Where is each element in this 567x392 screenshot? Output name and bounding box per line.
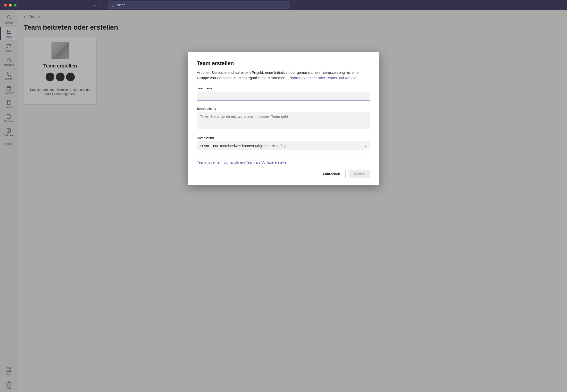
modal-intro-link[interactable]: Erfahren Sie mehr über Teams und Kanäle [287, 76, 356, 80]
svg-point-0 [111, 4, 113, 6]
modal-title: Team erstellen [197, 60, 370, 67]
search-input[interactable]: Suche [108, 1, 290, 9]
nav-forward-icon[interactable]: › [99, 3, 100, 8]
template-link[interactable]: Team mit einem vorhandenen Team als Vorl… [197, 160, 288, 164]
modal-actions: Abbrechen Weiter [197, 170, 370, 178]
modal-intro: Arbeiten Sie basierend auf einem Projekt… [197, 70, 370, 81]
description-input[interactable] [197, 112, 370, 129]
privacy-select[interactable]: Privat – nur Teambesitzer können Mitglie… [197, 141, 370, 150]
history-nav: ‹ › [94, 3, 100, 8]
search-placeholder: Suche [116, 3, 125, 7]
maximize-window-icon[interactable] [14, 4, 16, 7]
label-description: Beschreibung [197, 107, 370, 111]
privacy-value: Privat – nur Teambesitzer können Mitglie… [200, 144, 290, 148]
create-team-modal: Team erstellen Arbeiten Sie basierend au… [188, 52, 379, 185]
title-bar: ‹ › Suche [0, 0, 567, 10]
divider [197, 155, 370, 156]
label-privacy: Datenschutz [197, 136, 370, 140]
window-controls [4, 4, 16, 7]
svg-line-1 [113, 6, 114, 7]
label-teamname: Teamname [197, 86, 370, 90]
cancel-button[interactable]: Abbrechen [317, 170, 346, 178]
next-button[interactable]: Weiter [348, 170, 370, 178]
nav-back-icon[interactable]: ‹ [94, 3, 96, 8]
minimize-window-icon[interactable] [9, 4, 12, 7]
chevron-down-icon: ⌄ [364, 144, 367, 148]
search-icon [111, 3, 114, 7]
close-window-icon[interactable] [4, 4, 7, 7]
teamname-input[interactable] [197, 92, 370, 101]
app-body: Aktivität Teams Chat Aufgaben Anrufe [0, 10, 567, 392]
